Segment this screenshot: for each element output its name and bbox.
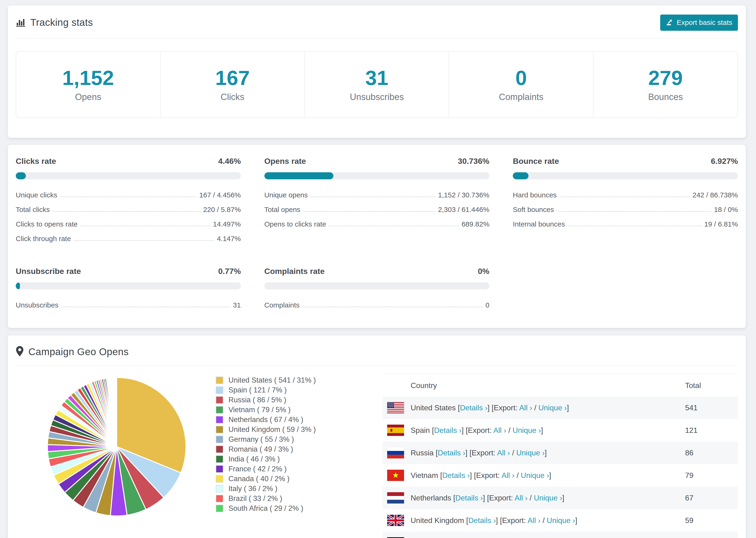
geo-divider [16,365,738,366]
dotted-leader [80,226,210,226]
detail-label: Complaints [264,301,299,309]
geo-table-row-nl: Netherlands [Details ›] [Export: All › /… [382,487,738,509]
detail-label: Unsubscribes [16,301,58,309]
country-cell: United States [Details ›] [Export: All ›… [411,404,685,412]
legend-label: Italy ( 36 / 2% ) [229,484,277,493]
flag-cell [382,492,411,504]
detail-row: Click through rate4.147% [16,232,241,246]
detail-label: Soft bounces [513,206,554,214]
total-cell: 541 [685,404,738,412]
export-all-link[interactable]: All › [497,449,510,457]
total-cell: 79 [685,471,738,480]
detail-value: 167 / 4.456% [199,191,241,199]
detail-row: Unique opens1,152 / 30.736% [264,188,490,202]
bracket: ] [Export: [487,404,519,412]
flag-gb-icon [387,515,404,526]
bracket: ] [Export: [461,426,493,435]
legend-swatch [216,475,223,483]
flag-cell [382,425,411,436]
detail-row: Hard bounces242 / 86.738% [513,188,738,202]
legend-item-united-states: United States ( 541 / 31% ) [216,375,319,385]
detail-row: Clicks to opens rate14.497% [16,217,241,232]
export-unique-link[interactable]: Unique › [516,449,545,457]
export-all-link[interactable]: All › [527,516,540,525]
stat-label: Unsubscribes [350,92,404,102]
detail-value: 2,303 / 61.446% [438,206,490,214]
export-unique-link[interactable]: Unique › [538,404,567,412]
details-link[interactable]: Details › [460,404,487,412]
details-link[interactable]: Details › [468,516,496,525]
legend-swatch [216,386,223,394]
legend-item-netherlands: Netherlands ( 67 / 4% ) [216,415,319,425]
legend-item-vietnam: Vietnam ( 79 / 5% ) [216,405,319,415]
detail-label: Click through rate [16,235,71,243]
rate-value: 0.77% [218,267,241,276]
country-name: Vietnam [411,471,440,480]
legend-item-india: India ( 46 / 3% ) [216,454,319,464]
dotted-leader [302,306,483,307]
legend-swatch [216,406,223,413]
stat-value: 31 [365,68,388,88]
slash-separator: / [532,404,539,412]
legend-label: India ( 46 / 3% ) [229,455,280,463]
detail-row: Total opens2,303 / 61.446% [264,202,490,217]
legend-label: Germany ( 55 / 3% ) [229,435,294,444]
details-link[interactable]: Details › [442,471,470,480]
dotted-leader [61,306,230,307]
flag-cell [382,515,411,526]
export-all-link[interactable]: All › [502,471,514,480]
rate-title: Clicks rate [16,157,56,166]
geo-table-row-es: Spain [Details ›] [Export: All › / Uniqu… [382,419,738,442]
rate-progress-track [16,282,241,290]
country-cell: Netherlands [Details ›] [Export: All › /… [411,494,685,502]
rate-block-unsubscribe-rate: Unsubscribe rate0.77%Unsubscribes31 [16,267,241,312]
country-cell: Vietnam [Details ›] [Export: All › / Uni… [411,471,685,480]
export-unique-link[interactable]: Unique › [547,516,575,525]
detail-value: 18 / 0% [714,206,738,214]
flag-cell [382,470,411,481]
export-all-link[interactable]: All › [493,426,506,435]
bracket: ] [575,516,577,525]
detail-row: Complaints0 [264,298,490,312]
detail-label: Opens to clicks rate [264,220,326,228]
legend-item-spain: Spain ( 121 / 7% ) [216,385,319,395]
rate-progress-track [513,172,738,179]
export-all-link[interactable]: All › [514,494,527,502]
export-unique-link[interactable]: Unique › [513,426,541,435]
rate-title: Unsubscribe rate [16,267,81,276]
rate-progress-fill [513,172,528,179]
detail-row: Unique clicks167 / 4.456% [16,188,241,202]
total-cell: 59 [685,516,738,525]
legend-label: Netherlands ( 67 / 4% ) [229,415,303,424]
export-unique-link[interactable]: Unique › [521,471,549,480]
stat-label: Opens [75,92,101,102]
dotted-leader [53,211,200,212]
map-pin-icon [16,346,24,358]
detail-row: Opens to clicks rate689.82% [264,217,490,232]
export-unique-link[interactable]: Unique › [534,494,562,502]
legend-label: Vietnam ( 79 / 5% ) [229,405,291,414]
summary-stats-strip: 1,152Opens167Clicks31Unsubscribes0Compla… [16,51,738,118]
dotted-leader [74,240,214,241]
bracket: [ [453,494,455,502]
export-basic-stats-button[interactable]: Export basic stats [660,15,738,31]
details-link[interactable]: Details › [455,494,483,502]
rate-progress-track [16,172,241,179]
export-all-link[interactable]: All › [519,404,532,412]
legend-item-russia: Russia ( 86 / 5% ) [216,395,319,405]
legend-swatch [216,377,223,384]
flag-nl-icon [387,492,404,504]
legend-item-canada: Canada ( 40 / 2% ) [216,474,319,484]
legend-label: Russia ( 86 / 5% ) [229,396,286,404]
slash-separator: / [527,494,534,502]
country-cell: Spain [Details ›] [Export: All › / Uniqu… [411,426,685,435]
country-name: United States [411,404,458,412]
legend-item-romania: Romania ( 49 / 3% ) [216,444,319,454]
flag-cell [382,402,411,413]
details-link[interactable]: Details › [438,449,465,457]
details-link[interactable]: Details › [434,426,461,435]
bracket: ] [541,426,543,435]
rate-head: Complaints rate0% [264,267,490,276]
legend-label: France ( 42 / 2% ) [229,465,287,473]
tracking-stats-header: Tracking stats Export basic stats [16,15,738,30]
